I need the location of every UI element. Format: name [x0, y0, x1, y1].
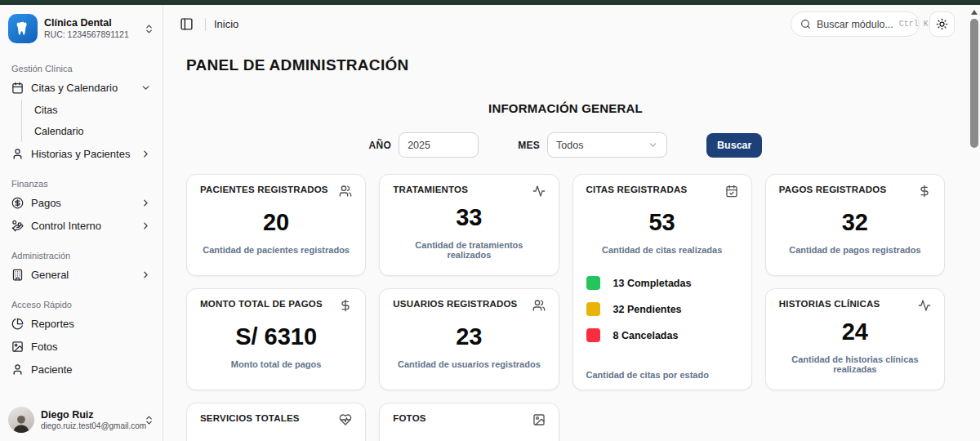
sidebar-item-citas-y-calendario[interactable]: Citas y Calendario: [7, 76, 156, 99]
sidebar-item-label: Historias y Pacientes: [31, 148, 130, 160]
dollar-icon: [918, 185, 931, 198]
section-title: INFORMACIÓN GENERAL: [163, 101, 968, 115]
card-tratamientos: TRATAMIENTOS 33 Cantidad de tratamientos…: [379, 174, 559, 276]
card-subtitle: Cantidad de pagos registrados: [779, 245, 931, 255]
sidebar-item-historias-y-pacientes[interactable]: Historias y Pacientes: [7, 142, 156, 165]
building-icon: [11, 269, 24, 281]
chevron-down-icon: [140, 82, 151, 93]
card-title: MONTO TOTAL DE PAGOS: [200, 299, 323, 309]
card-value: 20: [200, 209, 352, 236]
top-header: Inicio Buscar módulo... Ctrl K: [163, 5, 968, 43]
scrollbar-thumb[interactable]: [970, 19, 978, 148]
sidebar-item-pagos[interactable]: Pagos: [7, 191, 156, 214]
pie-chart-icon: [11, 318, 24, 330]
search-placeholder: Buscar módulo...: [817, 19, 893, 30]
canceladas-swatch: [586, 328, 600, 342]
filters-bar: AÑO MES Todos Buscar: [163, 132, 968, 158]
image-icon: [11, 341, 24, 353]
legend-label: 13 Completadas: [613, 278, 692, 289]
activity-icon: [918, 299, 931, 312]
citas-status-legend: 13 Completadas 32 Pendientes 8 Cancelada…: [586, 276, 738, 342]
month-select[interactable]: Todos: [547, 132, 667, 158]
user-meta: Diego Ruiz diego.ruiz.test04@gmail.com: [41, 409, 137, 431]
card-value: 32: [779, 209, 931, 236]
card-title: TRATAMIENTOS: [393, 185, 468, 194]
card-pacientes-registrados: PACIENTES REGISTRADOS 20 Cantidad de pac…: [186, 174, 366, 276]
buscar-button[interactable]: Buscar: [706, 133, 762, 158]
card-pagos-registrados: PAGOS REGISTRADOS 32 Cantidad de pagos r…: [765, 174, 945, 276]
sidebar-item-general[interactable]: General: [7, 263, 156, 286]
theme-toggle-button[interactable]: [929, 11, 955, 37]
page-title: PANEL DE ADMINISTRACIÓN: [186, 56, 968, 74]
breadcrumb: Inicio: [214, 18, 238, 30]
card-title: HISTORIAS CLÍNICAS: [779, 299, 880, 309]
sidebar-sublist: Citas Calendario: [21, 100, 156, 142]
user-icon: [11, 363, 24, 376]
chevron-right-icon: [140, 198, 151, 208]
card-fotos: FOTOS: [379, 403, 559, 441]
sidebar-item-citas[interactable]: Citas: [22, 100, 156, 121]
calendar-check-icon: [725, 185, 738, 198]
card-title: PAGOS REGISTRADOS: [779, 185, 887, 194]
card-value: S/ 6310: [200, 323, 352, 350]
calendar-icon: [11, 82, 24, 94]
card-title: USUARIOS REGISTRADOS: [393, 299, 517, 309]
section-label: Administración: [7, 245, 156, 263]
scroll-up-arrow[interactable]: [971, 10, 978, 15]
stats-grid: PACIENTES REGISTRADOS 20 Cantidad de pac…: [186, 174, 945, 441]
sidebar-item-paciente[interactable]: Paciente: [7, 358, 156, 381]
sidebar-item-fotos[interactable]: Fotos: [7, 335, 156, 358]
legend-label: 32 Pendientes: [613, 304, 682, 315]
search-icon: [800, 19, 811, 29]
org-ruc: RUC: 1234567891121: [44, 29, 129, 40]
sidebar-item-control-interno[interactable]: Control Interno: [7, 214, 156, 237]
vertical-scrollbar[interactable]: [969, 5, 980, 441]
sidebar-item-calendario[interactable]: Calendario: [22, 121, 156, 142]
sidebar-item-label: Citas y Calendario: [31, 82, 118, 94]
dollar-icon: [339, 299, 352, 312]
sidebar-item-label: Paciente: [31, 363, 73, 376]
sidebar-section-finanzas: Finanzas Pagos Control Interno: [7, 173, 156, 237]
avatar: [8, 407, 34, 433]
sidebar-toggle-button[interactable]: [176, 14, 197, 34]
month-select-value: Todos: [556, 140, 583, 151]
card-title: CITAS REGISTRADAS: [586, 185, 688, 194]
chevron-right-icon: [140, 149, 151, 159]
org-meta: Clínica Dental RUC: 1234567891121: [44, 17, 129, 40]
org-switcher[interactable]: Clínica Dental RUC: 1234567891121: [7, 5, 156, 50]
sidebar-section-administracion: Administración General: [7, 245, 156, 286]
chevron-right-icon: [140, 220, 151, 231]
users-icon: [532, 299, 546, 312]
card-monto-total-pagos: MONTO TOTAL DE PAGOS S/ 6310 Monto total…: [186, 288, 366, 390]
image-photo-icon: [532, 413, 546, 426]
card-footnote: Cantidad de citas por estado: [586, 370, 738, 380]
user-name: Diego Ruiz: [41, 409, 137, 421]
org-name: Clínica Dental: [44, 17, 129, 29]
user-menu[interactable]: Diego Ruiz diego.ruiz.test04@gmail.com: [7, 399, 156, 441]
search-shortcut-badge: Ctrl K: [899, 20, 929, 29]
clinic-logo: [8, 14, 38, 43]
hand-coins-icon: [11, 220, 24, 232]
users-icon: [339, 185, 352, 198]
card-value: 23: [393, 323, 545, 350]
header-divider: [205, 18, 206, 31]
sidebar: Clínica Dental RUC: 1234567891121 Gestió…: [0, 5, 163, 441]
legend-item-canceladas: 8 Canceladas: [586, 328, 738, 342]
card-value: 53: [586, 209, 738, 236]
chevrons-up-down-icon: [144, 415, 154, 425]
sidebar-item-label: Control Interno: [31, 220, 101, 232]
header-right: Buscar módulo... Ctrl K: [791, 11, 955, 37]
sidebar-item-reportes[interactable]: Reportes: [7, 312, 156, 335]
year-input[interactable]: [399, 132, 479, 158]
card-title: SERVICIOS TOTALES: [200, 413, 300, 423]
card-citas-registradas: CITAS REGISTRADAS 53 Cantidad de citas r…: [572, 174, 752, 390]
card-usuarios-registrados: USUARIOS REGISTRADOS 23 Cantidad de usua…: [379, 288, 559, 390]
sidebar-section-gestion-clinica: Gestión Clínica Citas y Calendario Citas…: [7, 58, 156, 165]
legend-item-pendientes: 32 Pendientes: [586, 302, 738, 316]
legend-label: 8 Canceladas: [613, 330, 679, 341]
circle-dollar-icon: [11, 197, 24, 209]
card-title: FOTOS: [393, 413, 425, 423]
card-title: PACIENTES REGISTRADOS: [200, 185, 328, 194]
heart-pulse-icon: [339, 413, 352, 426]
module-search-input[interactable]: Buscar módulo... Ctrl K: [791, 11, 920, 37]
